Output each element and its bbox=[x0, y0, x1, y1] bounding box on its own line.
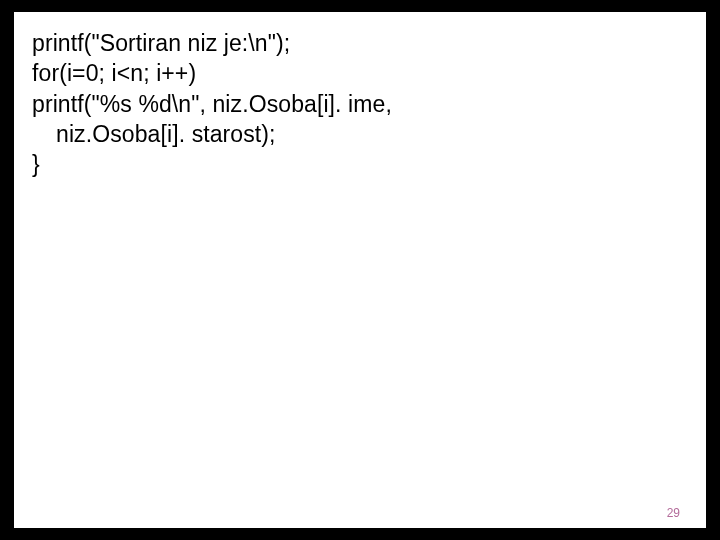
code-line-5: } bbox=[32, 149, 688, 179]
page-number: 29 bbox=[667, 506, 680, 520]
slide: printf("Sortiran niz je:\n"); for(i=0; i… bbox=[14, 12, 706, 528]
code-line-1: printf("Sortiran niz je:\n"); bbox=[32, 28, 688, 58]
code-line-2: for(i=0; i<n; i++) bbox=[32, 58, 688, 88]
code-line-3: printf("%s %d\n", niz.Osoba[i]. ime, bbox=[32, 89, 688, 119]
code-line-4: niz.Osoba[i]. starost); bbox=[32, 119, 688, 149]
